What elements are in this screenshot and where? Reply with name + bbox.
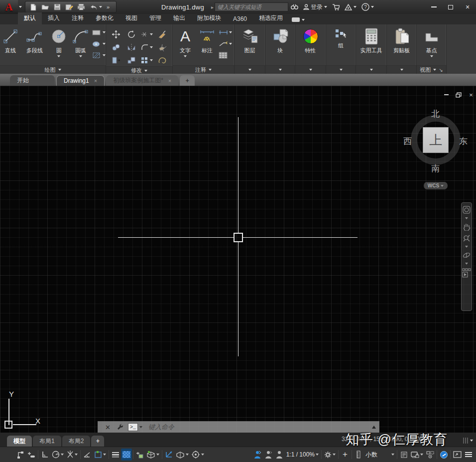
base-point-caret-icon[interactable] [430, 55, 433, 57]
file-tab-drawing1[interactable]: Drawing1 × [56, 75, 105, 86]
application-menu-button[interactable]: A [0, 0, 18, 14]
utilities-button[interactable]: 实用工具 [357, 26, 386, 54]
isometric-drafting-icon[interactable] [65, 449, 79, 461]
drawing-minimize-icon[interactable] [442, 91, 450, 98]
panel-annotation-footer[interactable]: 注释 [173, 65, 234, 74]
qat-expand-icon[interactable]: » [103, 2, 114, 12]
polar-tracking-icon[interactable] [50, 449, 65, 461]
tab-a360[interactable]: A360 [227, 14, 253, 24]
new-layout-button[interactable]: + [91, 436, 104, 447]
linear-dimension-button[interactable] [219, 27, 232, 37]
tab-addins[interactable]: 附加模块 [191, 12, 227, 24]
viewcube-north-label[interactable]: 北 [431, 108, 440, 120]
arc-button[interactable]: 圆弧 [70, 26, 91, 57]
search-binoculars-icon[interactable] [291, 4, 298, 10]
circle-button[interactable]: 圆 [48, 26, 69, 57]
command-input[interactable]: 键入命令 [148, 423, 174, 432]
undo-caret-icon[interactable] [99, 6, 102, 8]
panel-view-dialog-launcher-icon[interactable]: ↘ [439, 67, 443, 73]
orbit-caret-icon[interactable] [465, 263, 468, 265]
panel-utilities-footer[interactable] [356, 65, 386, 74]
text-caret-icon[interactable] [184, 55, 187, 57]
line-button[interactable]: 直线 [0, 26, 21, 54]
panel-properties-footer[interactable] [295, 65, 326, 74]
units-ruler-icon[interactable] [353, 449, 364, 461]
minimize-button[interactable] [425, 0, 442, 14]
command-line-grip[interactable] [98, 422, 102, 433]
showmotion-icon[interactable] [462, 268, 471, 279]
dimension-button[interactable]: 标注 [197, 26, 218, 54]
block-button[interactable]: 块 [267, 26, 294, 54]
selection-cycling-icon[interactable] [134, 449, 145, 461]
drawing-restore-icon[interactable] [455, 91, 463, 98]
panel-layers-footer[interactable] [235, 65, 265, 74]
new-drawing-tab-button[interactable]: + [180, 75, 195, 86]
ui-lock-icon[interactable] [409, 449, 425, 461]
rotate-button[interactable] [124, 28, 139, 40]
app-menu-caret-icon[interactable] [19, 6, 22, 8]
exchange-cart-icon[interactable] [332, 4, 340, 10]
search-input[interactable]: 键入关键字或短语 [215, 2, 288, 11]
maximize-button[interactable] [442, 0, 459, 14]
isolate-objects-icon[interactable] [425, 449, 436, 461]
panel-block-footer[interactable] [265, 65, 295, 74]
tab-home[interactable]: 默认 [18, 12, 42, 24]
plot-icon[interactable] [76, 2, 87, 12]
object-snap-icon[interactable] [93, 449, 108, 461]
sign-in-caret-icon[interactable] [324, 6, 327, 8]
tab-featured-apps[interactable]: 精选应用 [253, 12, 289, 24]
layout-tab-layout2[interactable]: 布局2 [62, 436, 91, 447]
clean-screen-icon[interactable] [452, 449, 463, 461]
sign-in-control[interactable]: 登录 [303, 3, 327, 11]
command-recent-caret-icon[interactable] [139, 426, 142, 428]
a360-icon[interactable] [345, 4, 357, 10]
leader-button[interactable] [219, 39, 232, 49]
tab-annotate[interactable]: 注释 [66, 12, 90, 24]
clipboard-button[interactable]: 剪贴板 [388, 26, 416, 54]
customization-menu-icon[interactable] [463, 449, 474, 461]
scale-button[interactable] [124, 54, 139, 66]
ortho-mode-icon[interactable] [39, 449, 50, 461]
file-tab-drawing1-close-icon[interactable]: × [94, 78, 97, 84]
open-file-icon[interactable] [40, 2, 51, 12]
dynamic-input-icon[interactable] [175, 449, 190, 461]
fillet-button[interactable] [139, 41, 154, 53]
tab-parametric[interactable]: 参数化 [90, 12, 119, 24]
ellipse-button[interactable] [92, 39, 106, 49]
tab-insert[interactable]: 插入 [42, 12, 66, 24]
table-button[interactable] [219, 50, 232, 60]
panel-modify-footer[interactable]: 修改 [106, 66, 172, 74]
units-dropdown[interactable]: 小数 [364, 449, 396, 461]
mirror-button[interactable] [124, 41, 139, 53]
viewcube-south-label[interactable]: 南 [431, 163, 440, 174]
orbit-icon[interactable] [463, 251, 471, 259]
erase-button[interactable] [155, 28, 170, 40]
file-tab-start[interactable]: 开始 [10, 75, 55, 86]
trim-button[interactable] [139, 28, 154, 40]
layers-button[interactable]: 图层 [236, 26, 264, 54]
hardware-acceleration-icon[interactable] [438, 449, 449, 461]
tab-output[interactable]: 输出 [167, 12, 191, 24]
annotation-auto-scale-icon[interactable] [263, 449, 274, 461]
annotation-scale-sync-icon[interactable] [252, 449, 263, 461]
ribbon-collapse-control[interactable] [292, 17, 305, 24]
save-icon[interactable] [52, 2, 63, 12]
panel-group-footer[interactable] [326, 65, 356, 74]
command-prompt-icon[interactable]: >_ [128, 423, 138, 431]
properties-button[interactable]: 特性 [297, 26, 325, 54]
polyline-button[interactable]: 多段线 [22, 26, 48, 54]
dynamic-ucs-icon[interactable] [163, 449, 175, 461]
close-button[interactable]: × [459, 0, 476, 14]
viewcube-west-label[interactable]: 西 [403, 136, 412, 147]
zoom-icon[interactable] [463, 234, 471, 242]
help-caret-icon[interactable] [371, 6, 374, 8]
layout-tab-layout1[interactable]: 布局1 [33, 436, 61, 447]
grid-display-icon[interactable] [15, 449, 26, 461]
text-button[interactable]: A 文字 [175, 26, 196, 57]
navigation-wheel-caret-icon[interactable] [465, 217, 468, 219]
annotation-monitor-plus-icon[interactable]: + [340, 449, 351, 461]
navigation-wheel-icon[interactable] [463, 206, 471, 214]
panel-clipboard-footer[interactable] [387, 65, 416, 74]
rectangle-button[interactable] [92, 27, 106, 37]
move-button[interactable] [109, 28, 123, 40]
